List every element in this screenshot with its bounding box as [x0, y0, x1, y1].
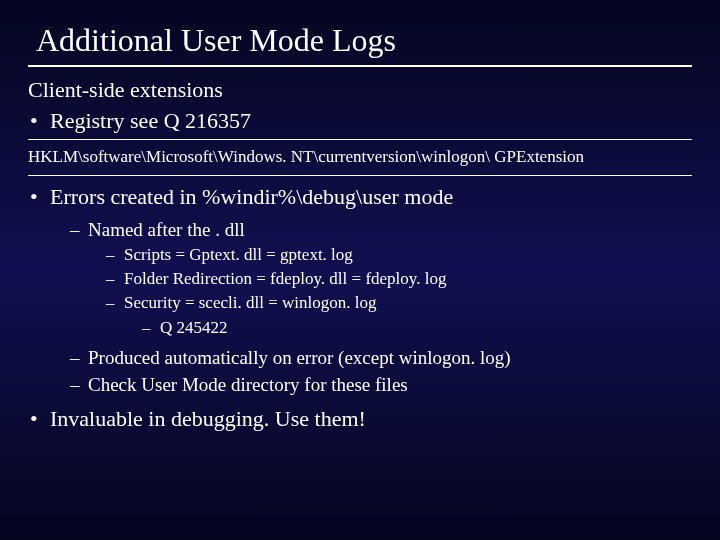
slide: Additional User Mode Logs Client-side ex…: [0, 0, 720, 540]
bullet-named-after-dll: Named after the . dll: [28, 217, 692, 242]
divider-2: [28, 175, 692, 176]
bullet-registry: Registry see Q 216357: [28, 106, 692, 135]
bullet-folder-redirection: Folder Redirection = fdeploy. dll = fdep…: [28, 268, 692, 290]
slide-body: Client-side extensions Registry see Q 21…: [0, 75, 720, 433]
slide-title: Additional User Mode Logs: [0, 0, 720, 65]
bullet-errors: Errors created in %windir%\debug\user mo…: [28, 182, 692, 211]
bullet-security: Security = scecli. dll = winlogon. log: [28, 292, 692, 314]
bullet-invaluable: Invaluable in debugging. Use them!: [28, 404, 692, 433]
bullet-check-user-mode: Check User Mode directory for these file…: [28, 372, 692, 397]
title-underline: [28, 65, 692, 67]
bullet-produced-automatically: Produced automatically on error (except …: [28, 345, 692, 370]
bullet-scripts: Scripts = Gptext. dll = gptext. log: [28, 244, 692, 266]
registry-path: HKLM\software\Microsoft\Windows. NT\curr…: [28, 146, 692, 168]
bullet-q245422: Q 245422: [28, 317, 692, 339]
line-client-side-extensions: Client-side extensions: [28, 75, 692, 104]
divider-1: [28, 139, 692, 140]
